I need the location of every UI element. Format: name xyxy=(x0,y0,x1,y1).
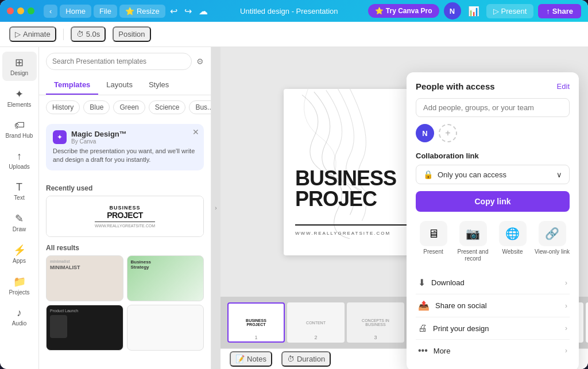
sidebar-item-text[interactable]: T Text xyxy=(2,177,37,205)
chip-blue[interactable]: Blue xyxy=(83,100,110,114)
template-result-2[interactable]: Business Strategy xyxy=(127,255,204,301)
action-website[interactable]: 🌐 Website xyxy=(495,221,530,262)
redo-button[interactable]: ↪ xyxy=(182,3,194,19)
access-dropdown[interactable]: 🔒 Only you can access ∨ xyxy=(416,165,570,184)
more-menu-item[interactable]: ••• More › xyxy=(416,340,570,362)
present-button[interactable]: ▷ Present xyxy=(486,4,534,18)
apps-label: Apps xyxy=(13,258,26,264)
panel-content: Recently used BUSINESS PROJECT WWW.REALL… xyxy=(39,175,211,369)
filmstrip-item-7[interactable]: 7 xyxy=(586,302,588,343)
audio-icon: ♪ xyxy=(17,307,22,319)
duration-button[interactable]: ⏱ 5.0s xyxy=(71,26,106,42)
duration-button[interactable]: ⏱ Duration xyxy=(281,351,331,367)
magic-design-popup: ✕ ✦ Magic Design™ By Canva Describe the … xyxy=(46,124,204,170)
sidebar-item-brand[interactable]: 🏷 Brand Hub xyxy=(2,115,37,143)
action-present-record[interactable]: 📷 Present and record xyxy=(455,221,490,262)
download-menu-item[interactable]: ⬇ Download › xyxy=(416,271,570,294)
share-social-menu-left: 📤 Share on social xyxy=(418,300,487,311)
sidebar-item-design[interactable]: ⊞ Design xyxy=(2,52,37,81)
filmstrip-num-1: 1 xyxy=(254,335,257,340)
print-chevron-icon: › xyxy=(565,324,567,332)
close-button[interactable] xyxy=(7,7,14,14)
present-icon-box: 🖥 xyxy=(420,221,447,246)
download-icon: ⬇ xyxy=(418,277,425,288)
print-menu-item[interactable]: 🖨 Print your design › xyxy=(416,317,570,340)
action-view-only[interactable]: 🔗 View-only link xyxy=(535,221,570,262)
sidebar-item-projects[interactable]: 📁 Projects xyxy=(2,271,37,300)
back-button[interactable]: ‹ xyxy=(44,5,57,18)
resize-button[interactable]: ⭐ Resize xyxy=(119,5,165,18)
uploads-label: Uploads xyxy=(9,164,30,170)
print-menu-left: 🖨 Print your design xyxy=(418,323,489,333)
try-pro-button[interactable]: ⭐ Try Canva Pro xyxy=(368,4,439,18)
search-input[interactable] xyxy=(46,53,192,70)
tab-templates[interactable]: Templates xyxy=(46,76,98,95)
filmstrip-item-3[interactable]: CONCEPTS INBUSINESS 3 xyxy=(347,302,404,343)
elements-label: Elements xyxy=(7,102,32,108)
draw-icon: ✎ xyxy=(15,212,24,225)
magic-icon: ✦ xyxy=(53,130,67,144)
collapse-handle[interactable]: › xyxy=(211,47,220,369)
share-panel: People with access Edit N + Collaboratio… xyxy=(407,72,579,369)
collab-section: Collaboration link 🔒 Only you can access… xyxy=(416,152,570,184)
chip-bus[interactable]: Bus... xyxy=(189,100,211,114)
templates-panel: ⚙ Templates Layouts Styles History Blue … xyxy=(39,47,211,369)
website-action-label: Website xyxy=(502,248,523,255)
app-window: ‹ Home File ⭐ Resize ↩ ↪ ☁ Untitled desi… xyxy=(0,0,588,369)
edit-access-link[interactable]: Edit xyxy=(557,82,570,91)
sidebar-item-audio[interactable]: ♪ Audio xyxy=(2,302,37,331)
filter-button[interactable]: ⚙ xyxy=(196,57,204,66)
uploads-icon: ↑ xyxy=(17,150,22,162)
maximize-button[interactable] xyxy=(28,7,34,14)
share-panel-title: People with access xyxy=(416,81,495,91)
share-panel-header: People with access Edit xyxy=(416,81,570,91)
filmstrip-item-2[interactable]: CONTENT 2 xyxy=(287,302,345,343)
nav-group: ‹ Home File ⭐ Resize ↩ ↪ ☁ xyxy=(44,3,210,19)
file-button[interactable]: File xyxy=(94,5,117,18)
share-social-label: Share on social xyxy=(435,301,487,310)
animate-button[interactable]: ▷ Animate xyxy=(9,26,56,42)
cloud-button[interactable]: ☁ xyxy=(196,3,210,19)
titlebar: ‹ Home File ⭐ Resize ↩ ↪ ☁ Untitled desi… xyxy=(0,0,588,22)
template-result-1[interactable]: minimalist MINIMALIST xyxy=(46,255,123,301)
chip-green[interactable]: Green xyxy=(113,100,145,114)
clock-icon: ⏱ xyxy=(76,30,84,38)
more-menu-left: ••• More xyxy=(418,345,450,356)
action-present[interactable]: 🖥 Present xyxy=(416,221,451,262)
sidebar-item-draw[interactable]: ✎ Draw xyxy=(2,208,37,237)
chip-history[interactable]: History xyxy=(46,100,80,114)
home-button[interactable]: Home xyxy=(60,5,91,18)
chip-science[interactable]: Science xyxy=(149,100,186,114)
copy-link-button[interactable]: Copy link xyxy=(416,191,570,212)
collapse-icon: › xyxy=(215,205,216,211)
notes-button[interactable]: 📝 Notes xyxy=(230,351,272,367)
user-avatar-button[interactable]: N xyxy=(444,2,461,20)
design-label: Design xyxy=(10,70,28,76)
template-result-3[interactable]: Product Launch xyxy=(46,305,123,351)
undo-button[interactable]: ↩ xyxy=(168,3,180,19)
sidebar-item-uploads[interactable]: ↑ Uploads xyxy=(2,146,37,174)
template-result-4[interactable] xyxy=(127,305,204,351)
recent-template-1[interactable]: BUSINESS PROJECT WWW.REALLYGREATSITE.COM xyxy=(46,196,204,237)
add-people-input[interactable] xyxy=(416,98,570,117)
add-person-button[interactable]: + xyxy=(439,124,457,142)
magic-popup-close-button[interactable]: ✕ xyxy=(192,127,199,137)
minimize-button[interactable] xyxy=(17,7,24,14)
sidebar-item-apps[interactable]: ⚡ Apps xyxy=(2,239,37,269)
analytics-button[interactable]: 📊 xyxy=(466,3,482,19)
magic-popup-header: ✦ Magic Design™ By Canva xyxy=(53,130,197,145)
tab-styles[interactable]: Styles xyxy=(141,76,177,95)
sidebar-item-elements[interactable]: ✦ Elements xyxy=(2,83,37,112)
filmstrip-item-1[interactable]: BUSINESS PROJECT 1 xyxy=(227,302,285,343)
share-social-menu-item[interactable]: 📤 Share on social › xyxy=(416,294,570,317)
tab-layouts[interactable]: Layouts xyxy=(98,76,141,95)
position-button[interactable]: Position xyxy=(113,26,150,42)
duration-icon: ⏱ xyxy=(287,355,295,363)
apps-icon: ⚡ xyxy=(13,244,26,257)
panel-tabs: Templates Layouts Styles xyxy=(39,76,211,95)
action-icons-grid: 🖥 Present 📷 Present and record 🌐 Website… xyxy=(416,221,570,262)
projects-icon: 📁 xyxy=(13,275,26,288)
download-chevron-icon: › xyxy=(565,279,567,287)
view-only-icon-box: 🔗 xyxy=(539,221,566,246)
share-button[interactable]: ↑ Share xyxy=(538,4,581,18)
